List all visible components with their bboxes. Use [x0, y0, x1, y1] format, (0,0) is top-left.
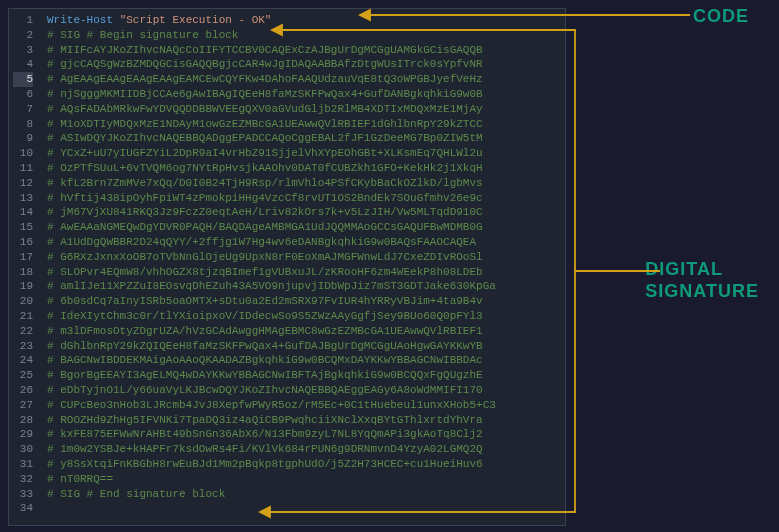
code-line: # ASIwDQYJKoZIhvcNAQEBBQADggEPADCCAQoCgg…: [47, 131, 496, 146]
code-line: # eDbTyjnO1L/y66uaVyLKJBcwDQYJKoZIhvcNAQ…: [47, 383, 496, 398]
line-number: 20: [13, 294, 33, 309]
line-number: 1: [13, 13, 33, 28]
line-number: 18: [13, 265, 33, 280]
line-number: 22: [13, 324, 33, 339]
code-line: # jM67VjXU841RKQ3Jz9FczZ0eqtAeH/Lriv82kO…: [47, 205, 496, 220]
line-number: 28: [13, 413, 33, 428]
line-number: 13: [13, 191, 33, 206]
line-number: 2: [13, 28, 33, 43]
line-number: 29: [13, 427, 33, 442]
line-number: 27: [13, 398, 33, 413]
code-line: # YCxZ+uU7yIUGFZYiL2DpR9aI4vrHbZ91SjjelV…: [47, 146, 496, 161]
code-line: # y8SsXtqiFnKBGbH8rwEuBJd1Mm2pBqkp8tgphU…: [47, 457, 496, 472]
code-line: # BgorBgEEAYI3AgELMQ4wDAYKKwYBBAGCNwIBFT…: [47, 368, 496, 383]
code-line: # hVftij438ipOyhFpiWT4zPmokpiHHg4VzcCf8r…: [47, 191, 496, 206]
code-line: # gjcCAQSgWzBZMDQGCisGAQQBgjcCAR4wJgIDAQ…: [47, 57, 496, 72]
code-line: # SIG # Begin signature block: [47, 28, 496, 43]
line-number: 9: [13, 131, 33, 146]
line-number: 7: [13, 102, 33, 117]
line-number: 24: [13, 353, 33, 368]
label-digital-signature: DIGITALSIGNATURE: [645, 258, 759, 302]
line-number: 12: [13, 176, 33, 191]
code-line: # OzPTfSUuL+6vTVQM6og7NYtRpHvsjkAAOhv0DA…: [47, 161, 496, 176]
line-number: 21: [13, 309, 33, 324]
code-line: # SLOPvr4EQmW8/vhhOGZX8tjzqBImef1gVUBxuJ…: [47, 265, 496, 280]
line-number: 32: [13, 472, 33, 487]
line-number: 26: [13, 383, 33, 398]
code-line: # ROOZHd9ZhHg5IFVNKi7TpaDQ3iz4aQiCB9Pwqh…: [47, 413, 496, 428]
line-number: 31: [13, 457, 33, 472]
line-number: 17: [13, 250, 33, 265]
code-line: # dGhlbnRpY29kZQIQEeH8faMzSKFPwQax4+GufD…: [47, 339, 496, 354]
code-line: # AwEAAaNGMEQwDgYDVR0PAQH/BAQDAgeAMBMGA1…: [47, 220, 496, 235]
line-number: 11: [13, 161, 33, 176]
line-number: 5: [13, 72, 33, 87]
code-line: # CUPcBeo3nHob3LJRcmb4JvJ8XepfwPWyR5oz/r…: [47, 398, 496, 413]
label-code: CODE: [693, 6, 749, 27]
code-line: # IdeXIytChm3c0r/tlYXioipxoV/IDdecwSo9S5…: [47, 309, 496, 324]
code-line: # AgEAAgEAAgEAAgEAAgEAMCEwCQYFKw4DAhoFAA…: [47, 72, 496, 87]
code-editor: 1234567891011121314151617181920212223242…: [8, 8, 566, 526]
code-line: # 6b0sdCq7aInyISRb5oaOMTX+sDtu0a2Ed2mSRX…: [47, 294, 496, 309]
code-line: # BAGCNwIBDDEKMAigAoAAoQKAADAZBgkqhkiG9w…: [47, 353, 496, 368]
code-line: [47, 501, 496, 516]
code-line: # m3lDFmosOtyZDgrUZA/hVzGCAdAwggHMAgEBMC…: [47, 324, 496, 339]
code-area: Write-Host "Script Execution - OK"# SIG …: [41, 9, 502, 525]
line-number: 3: [13, 43, 33, 58]
code-line: # kxFE875EFWwNrAHBt49bSnGn36AbX6/N13Fbm9…: [47, 427, 496, 442]
code-line: # AQsFADAbMRkwFwYDVQQDDBBWVEEgQXV0aGVudG…: [47, 102, 496, 117]
line-number: 16: [13, 235, 33, 250]
code-line: # njSgggMKMIIDBjCCAe6gAwIBAgIQEeH8faMzSK…: [47, 87, 496, 102]
line-number: 10: [13, 146, 33, 161]
line-number: 33: [13, 487, 33, 502]
line-number: 4: [13, 57, 33, 72]
line-number: 8: [13, 117, 33, 132]
code-line: # nT0RRQ==: [47, 472, 496, 487]
code-line: # 1m0w2YSBJe+kHAPFr7ksdOwRs4Fi/KVlVk684r…: [47, 442, 496, 457]
code-line: # amlIJe11XPZZuI8EOsvqDhEZuh43A5VO9njupv…: [47, 279, 496, 294]
code-line: # A1UdDgQWBBR2D24qQYY/+2ffjg1W7Hg4wv6eDA…: [47, 235, 496, 250]
line-number: 34: [13, 501, 33, 516]
code-line: # M1oXDTIyMDQxMzE1NDAyM1owGzEZMBcGA1UEAw…: [47, 117, 496, 132]
line-number: 30: [13, 442, 33, 457]
line-number: 6: [13, 87, 33, 102]
line-number: 19: [13, 279, 33, 294]
line-number-gutter: 1234567891011121314151617181920212223242…: [9, 9, 41, 525]
code-line: Write-Host "Script Execution - OK": [47, 13, 496, 28]
code-line: # kfL2Brn7ZmMVe7xQq/D0I0B24TjH9Rsp/rlmVh…: [47, 176, 496, 191]
line-number: 14: [13, 205, 33, 220]
line-number: 25: [13, 368, 33, 383]
code-line: # G6RXzJxnxXoOB7oTVbNnGlOjeUg9UpxN8rF0Eo…: [47, 250, 496, 265]
code-line: # MIIFcAYJKoZIhvcNAQcCoIIFYTCCBV0CAQExCz…: [47, 43, 496, 58]
code-line: # SIG # End signature block: [47, 487, 496, 502]
line-number: 23: [13, 339, 33, 354]
line-number: 15: [13, 220, 33, 235]
